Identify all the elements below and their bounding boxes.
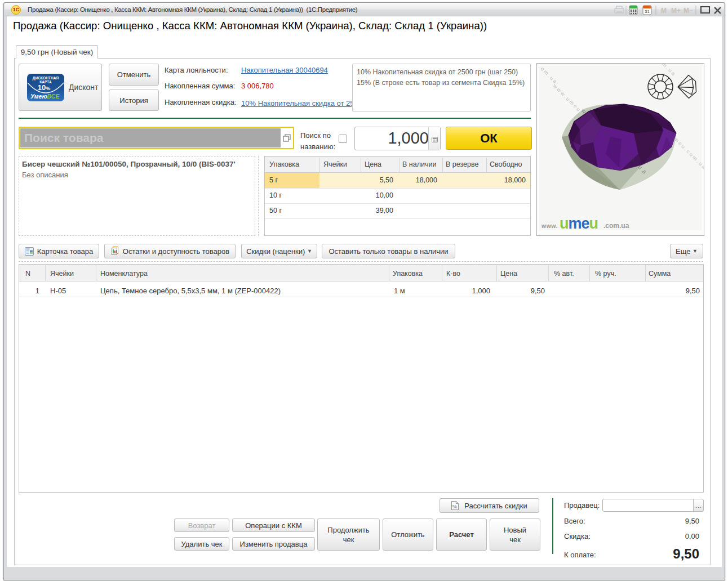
svg-text:.com.ua: .com.ua xyxy=(603,222,629,230)
svg-text:M+: M+ xyxy=(671,7,681,15)
svg-text:umeu: umeu xyxy=(560,215,598,232)
svg-text:31: 31 xyxy=(645,9,650,14)
svg-text:www.: www. xyxy=(541,222,558,229)
svg-text:M: M xyxy=(661,7,667,15)
svg-text:УмеюВСЕ: УмеюВСЕ xyxy=(30,93,60,100)
svg-text:%: % xyxy=(452,503,458,510)
svg-text:M−: M− xyxy=(683,7,693,15)
